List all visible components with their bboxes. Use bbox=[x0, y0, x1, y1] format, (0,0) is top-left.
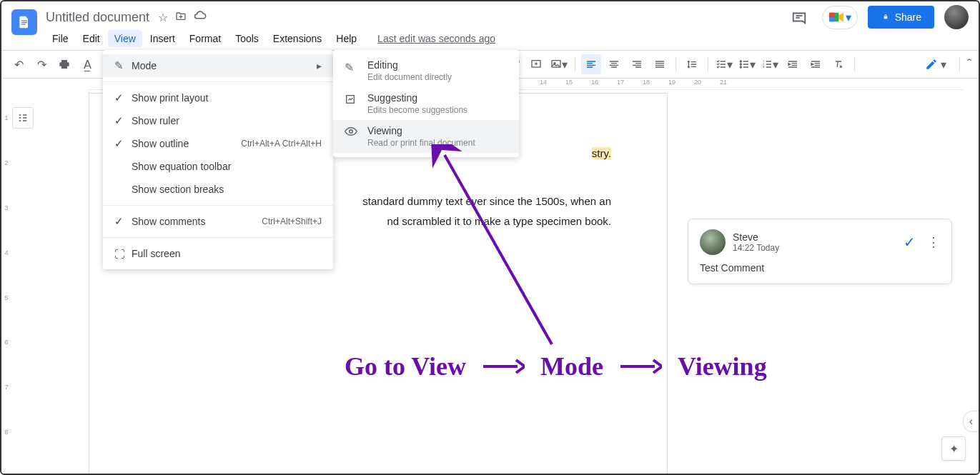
pencil-icon: ✎ bbox=[345, 59, 359, 82]
clear-formatting-button[interactable] bbox=[828, 54, 848, 74]
vertical-ruler: 12345678 bbox=[1, 79, 11, 474]
add-comment-button[interactable] bbox=[526, 54, 546, 74]
view-dropdown-menu: ✎ Mode ▸ ✓ Show print layout ✓ Show rule… bbox=[103, 50, 333, 269]
comment-timestamp: 14:22 Today bbox=[733, 243, 896, 253]
check-icon: ✓ bbox=[114, 137, 132, 150]
view-menu-outline[interactable]: ✓ Show outline Ctrl+Alt+A Ctrl+Alt+H bbox=[103, 132, 333, 155]
mode-viewing[interactable]: Viewing Read or print final document bbox=[333, 120, 519, 153]
spellcheck-button[interactable]: A̲ bbox=[77, 54, 97, 74]
side-panel-toggle[interactable]: ‹ bbox=[963, 411, 979, 432]
svg-point-13 bbox=[740, 66, 741, 68]
view-menu-equation-toolbar[interactable]: Show equation toolbar bbox=[103, 155, 333, 178]
comment-author-name: Steve bbox=[733, 231, 896, 243]
svg-rect-5 bbox=[829, 13, 834, 17]
share-button[interactable]: Share bbox=[868, 6, 934, 29]
menu-insert[interactable]: Insert bbox=[144, 30, 182, 47]
svg-text:3: 3 bbox=[763, 65, 765, 69]
highlighted-text[interactable]: stry. bbox=[592, 147, 611, 159]
move-icon[interactable] bbox=[175, 10, 187, 24]
increase-indent-button[interactable] bbox=[806, 54, 826, 74]
check-icon: ✓ bbox=[114, 215, 132, 228]
svg-point-11 bbox=[740, 61, 741, 62]
menu-tools[interactable]: Tools bbox=[229, 30, 265, 47]
menu-edit[interactable]: Edit bbox=[76, 30, 107, 47]
pencil-icon: ✎ bbox=[114, 59, 132, 72]
titlebar: Untitled document ☆ ▾ Share bbox=[1, 1, 979, 27]
menu-view[interactable]: View bbox=[108, 30, 142, 47]
editing-mode-toolbar-button[interactable]: ▾ bbox=[918, 55, 954, 74]
menu-file[interactable]: File bbox=[46, 30, 75, 47]
docs-logo[interactable] bbox=[11, 9, 37, 35]
menubar: File Edit View Insert Format Tools Exten… bbox=[1, 27, 979, 50]
view-menu-ruler[interactable]: ✓ Show ruler bbox=[103, 109, 333, 132]
undo-button[interactable]: ↶ bbox=[9, 54, 29, 74]
checklist-button[interactable]: ▾ bbox=[714, 54, 734, 74]
svg-rect-1 bbox=[21, 22, 27, 23]
view-menu-print-layout[interactable]: ✓ Show print layout bbox=[103, 86, 333, 109]
menu-format[interactable]: Format bbox=[183, 30, 227, 47]
cloud-status-icon[interactable] bbox=[194, 11, 207, 24]
line-spacing-button[interactable] bbox=[682, 54, 702, 74]
view-menu-section-breaks[interactable]: Show section breaks bbox=[103, 178, 333, 201]
chevron-right-icon: ▸ bbox=[317, 60, 322, 71]
explore-button[interactable]: ✦ bbox=[941, 436, 966, 461]
svg-rect-2 bbox=[21, 24, 26, 25]
svg-rect-6 bbox=[829, 17, 834, 21]
document-title[interactable]: Untitled document bbox=[46, 10, 149, 25]
open-comment-history-button[interactable] bbox=[786, 4, 812, 30]
redo-button[interactable]: ↷ bbox=[31, 54, 51, 74]
view-menu-mode[interactable]: ✎ Mode ▸ bbox=[103, 54, 333, 77]
comment-card[interactable]: Steve 14:22 Today ✓ ⋮ Test Comment bbox=[688, 219, 952, 284]
insert-image-button[interactable]: ▾ bbox=[549, 54, 569, 74]
svg-point-12 bbox=[740, 64, 741, 65]
mode-editing[interactable]: ✎ Editing Edit document directly bbox=[333, 54, 519, 87]
svg-marker-4 bbox=[838, 13, 843, 22]
suggesting-icon bbox=[345, 92, 359, 115]
resolve-comment-button[interactable]: ✓ bbox=[904, 234, 916, 251]
star-icon[interactable]: ☆ bbox=[158, 11, 168, 24]
menu-extensions[interactable]: Extensions bbox=[267, 30, 328, 47]
numbered-list-button[interactable]: 123▾ bbox=[760, 54, 780, 74]
mode-suggesting[interactable]: Suggesting Edits become suggestions bbox=[333, 87, 519, 120]
svg-rect-0 bbox=[21, 21, 27, 21]
outline-toggle-button[interactable] bbox=[12, 107, 34, 129]
comment-body-text: Test Comment bbox=[700, 262, 940, 274]
check-icon: ✓ bbox=[114, 114, 132, 127]
svg-point-18 bbox=[350, 130, 353, 134]
collapse-toolbar-button[interactable]: ˆ bbox=[967, 57, 971, 72]
print-button[interactable] bbox=[54, 54, 74, 74]
check-icon: ✓ bbox=[114, 91, 132, 104]
align-right-button[interactable] bbox=[627, 54, 647, 74]
view-menu-fullscreen[interactable]: ⛶ Full screen bbox=[103, 242, 333, 265]
fullscreen-icon: ⛶ bbox=[114, 248, 132, 260]
align-left-button[interactable] bbox=[581, 54, 601, 74]
meet-button[interactable]: ▾ bbox=[822, 6, 858, 29]
bullet-list-button[interactable]: ▾ bbox=[737, 54, 757, 74]
menu-help[interactable]: Help bbox=[330, 30, 363, 47]
last-edit-link[interactable]: Last edit was seconds ago bbox=[377, 33, 495, 44]
account-avatar[interactable] bbox=[944, 5, 969, 29]
share-button-label: Share bbox=[895, 11, 921, 23]
svg-rect-7 bbox=[884, 16, 887, 19]
decrease-indent-button[interactable] bbox=[783, 54, 803, 74]
comment-more-icon[interactable]: ⋮ bbox=[927, 234, 940, 250]
comment-author-avatar bbox=[700, 229, 726, 255]
align-justify-button[interactable] bbox=[650, 54, 670, 74]
align-center-button[interactable] bbox=[604, 54, 624, 74]
eye-icon bbox=[345, 125, 359, 148]
view-menu-comments[interactable]: ✓ Show comments Ctrl+Alt+Shift+J bbox=[103, 210, 333, 233]
mode-submenu: ✎ Editing Edit document directly Suggest… bbox=[333, 50, 519, 157]
